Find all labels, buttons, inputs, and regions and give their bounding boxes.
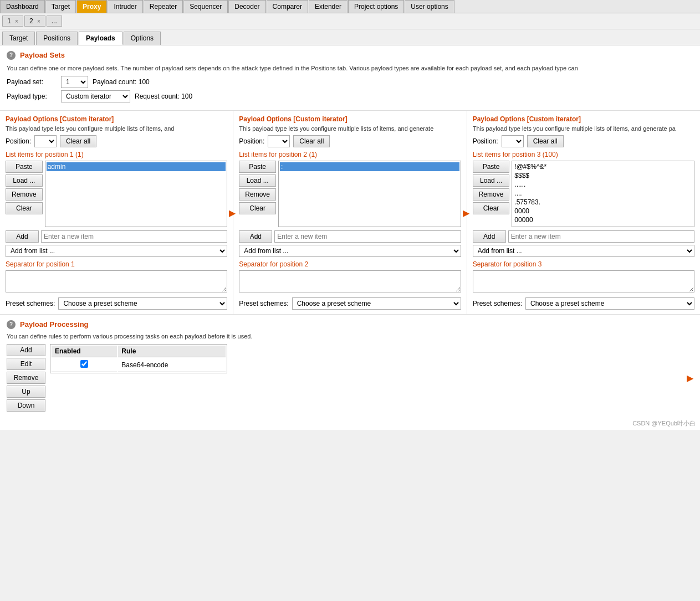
- col1-sep-input[interactable]: [6, 270, 227, 292]
- proc-enabled-checkbox[interactable]: [80, 360, 88, 368]
- list-item[interactable]: !@#$%^&*: [513, 162, 693, 171]
- col2-clear-all-button[interactable]: Clear all: [293, 135, 330, 147]
- ptab-positions[interactable]: Positions: [36, 32, 78, 45]
- tab-intruder[interactable]: Intruder: [108, 0, 142, 13]
- ptab-payloads[interactable]: Payloads: [79, 32, 122, 45]
- proc-arrow-icon: ▶: [687, 373, 693, 383]
- help-icon-payload-sets[interactable]: ?: [7, 51, 16, 60]
- payload-type-select[interactable]: Custom iterator Simple list Runtime file: [61, 90, 130, 102]
- col3-preset-select[interactable]: Choose a preset scheme: [525, 297, 694, 310]
- tab-dashboard[interactable]: Dashboard: [0, 0, 45, 13]
- ptab-options[interactable]: Options: [124, 32, 161, 45]
- proc-table-header-rule: Rule: [118, 346, 226, 357]
- col1-pos-label: Position:: [6, 137, 31, 145]
- proc-table-header-enabled: Enabled: [52, 346, 117, 357]
- arrow-col3-left: ▶: [463, 207, 469, 218]
- col1-desc: This payload type lets you configure mul…: [6, 125, 227, 132]
- col1-remove-button[interactable]: Remove: [6, 188, 43, 201]
- col1-load-button[interactable]: Load ...: [6, 174, 43, 187]
- proc-add-button[interactable]: Add: [7, 344, 45, 356]
- close-tab-2[interactable]: ×: [37, 18, 40, 24]
- col2-add-button[interactable]: Add: [239, 230, 272, 243]
- col3-preset-label: Preset schemes:: [473, 300, 522, 307]
- col2-load-button[interactable]: Load ...: [239, 174, 276, 187]
- proc-up-button[interactable]: Up: [7, 386, 45, 398]
- col1-add-input[interactable]: [41, 230, 227, 243]
- proc-down-button[interactable]: Down: [7, 399, 45, 412]
- proc-table: Enabled Rule Base64-encode: [50, 344, 227, 373]
- col2-clear-button[interactable]: Clear: [239, 202, 276, 214]
- watermark: CSDN @YEQub叶小白: [0, 417, 700, 430]
- col2-remove-button[interactable]: Remove: [239, 188, 276, 201]
- col1-preset-select[interactable]: Choose a preset scheme: [58, 297, 227, 310]
- col2-preset-label: Preset schemes:: [239, 300, 288, 307]
- tab-decoder[interactable]: Decoder: [228, 0, 265, 13]
- col1-title: Payload Options [Custom iterator]: [6, 115, 227, 123]
- payload-type-label: Payload type:: [7, 93, 57, 100]
- col3-remove-button[interactable]: Remove: [473, 188, 510, 201]
- ptab-target[interactable]: Target: [2, 32, 35, 45]
- col2-preset-select[interactable]: Choose a preset scheme: [292, 297, 461, 310]
- close-tab-1[interactable]: ×: [15, 18, 18, 24]
- payload-sets-help: You can define one or more payload sets.…: [7, 65, 693, 71]
- col3-preset-row: Preset schemes: Choose a preset scheme: [473, 297, 694, 310]
- col1-add-row: Add: [6, 230, 227, 243]
- col3-list-buttons: Paste Load ... Remove Clear: [473, 161, 510, 227]
- col1-paste-button[interactable]: Paste: [6, 161, 43, 173]
- proc-remove-button[interactable]: Remove: [7, 372, 45, 384]
- col2-list-items[interactable]: :: [278, 161, 461, 227]
- col3-clear-button[interactable]: Clear: [473, 202, 510, 214]
- col2-paste-button[interactable]: Paste: [239, 161, 276, 173]
- proc-edit-button[interactable]: Edit: [7, 358, 45, 370]
- list-item[interactable]: 0000: [513, 207, 693, 215]
- list-item[interactable]: :: [280, 162, 459, 171]
- help-icon-processing[interactable]: ?: [7, 320, 16, 329]
- col3-load-button[interactable]: Load ...: [473, 174, 510, 187]
- col3-add-button[interactable]: Add: [473, 230, 506, 243]
- payload-set-select[interactable]: 123: [61, 76, 88, 88]
- tab-target[interactable]: Target: [45, 0, 76, 13]
- col1-add-from-select[interactable]: Add from list ...: [6, 245, 227, 257]
- sub-tab-1[interactable]: 1 ×: [2, 16, 23, 27]
- tab-repeater[interactable]: Repeater: [144, 0, 183, 13]
- proc-table-area: Enabled Rule Base64-encode: [50, 344, 678, 412]
- sub-tab-2[interactable]: 2 ×: [24, 16, 45, 27]
- col1-add-button[interactable]: Add: [6, 230, 39, 243]
- list-item[interactable]: $$$$: [513, 171, 693, 180]
- col2-add-input[interactable]: [274, 230, 461, 243]
- proc-rule-cell: Base64-encode: [118, 358, 226, 372]
- col2-add-from-select[interactable]: Add from list ...: [239, 245, 461, 257]
- tab-comparer[interactable]: Comparer: [267, 0, 308, 13]
- list-item[interactable]: 00000: [513, 215, 693, 224]
- col3-add-input[interactable]: [508, 230, 694, 243]
- col3-pos-row: Position: 123 Clear all: [473, 135, 694, 147]
- tab-user-options[interactable]: User options: [405, 0, 454, 13]
- col1-list-items[interactable]: admin: [45, 161, 228, 227]
- tab-extender[interactable]: Extender: [309, 0, 348, 13]
- col3-paste-button[interactable]: Paste: [473, 161, 510, 173]
- col1-pos-select[interactable]: 123: [34, 135, 57, 147]
- col3-add-from-select[interactable]: Add from list ...: [473, 245, 694, 257]
- list-item[interactable]: .575783.: [513, 198, 693, 207]
- col2-pos-select[interactable]: 123: [268, 135, 290, 147]
- col3-sep-input[interactable]: [473, 270, 694, 292]
- processing-title: Payload Processing: [20, 320, 89, 328]
- tab-project-options[interactable]: Project options: [348, 0, 404, 13]
- payload-col-2: ▶ Payload Options [Custom iterator] This…: [233, 111, 467, 314]
- list-item[interactable]: ....: [513, 189, 693, 198]
- col1-clear-all-button[interactable]: Clear all: [60, 135, 96, 147]
- col3-list-area: Paste Load ... Remove Clear !@#$%^&* $$$…: [473, 161, 694, 227]
- col3-sep-label: Separator for position 3: [473, 260, 694, 268]
- col2-sep-input[interactable]: [239, 270, 461, 292]
- col2-add-row: Add: [239, 230, 461, 243]
- col3-clear-all-button[interactable]: Clear all: [527, 135, 564, 147]
- list-item[interactable]: ......: [513, 180, 693, 189]
- sub-tab-more[interactable]: ...: [47, 16, 62, 27]
- list-item[interactable]: admin: [47, 162, 226, 171]
- col3-list-items[interactable]: !@#$%^&* $$$$ ...... .... .575783. 0000 …: [512, 161, 694, 227]
- col2-list-buttons: Paste Load ... Remove Clear: [239, 161, 276, 227]
- tab-sequencer[interactable]: Sequencer: [183, 0, 228, 13]
- col1-clear-button[interactable]: Clear: [6, 202, 43, 214]
- col3-pos-select[interactable]: 123: [502, 135, 524, 147]
- tab-proxy[interactable]: Proxy: [76, 0, 107, 13]
